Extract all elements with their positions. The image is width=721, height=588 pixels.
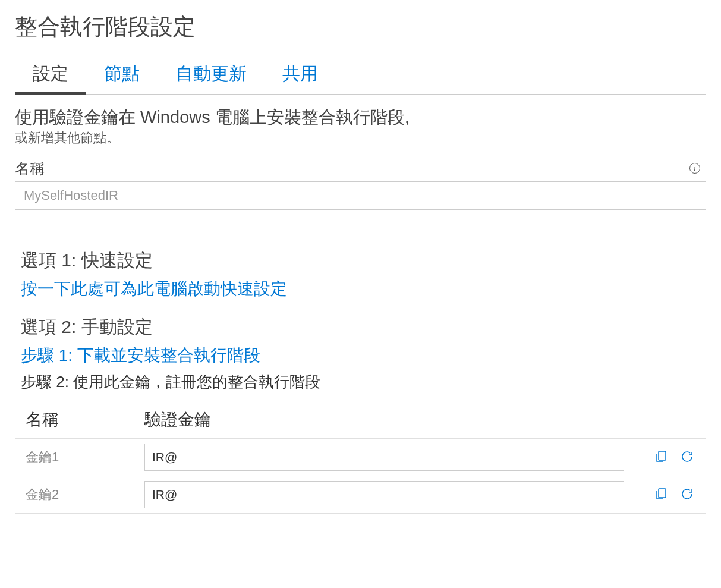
key2-name: 金鑰2 <box>15 476 134 513</box>
copy-icon[interactable] <box>653 486 669 502</box>
description-main: 使用驗證金鑰在 Windows 電腦上安裝整合執行階段, <box>15 106 706 129</box>
page-title: 整合執行階段設定 <box>15 12 706 42</box>
keys-table: 名稱 驗證金鑰 金鑰1 金鑰2 <box>15 401 706 514</box>
name-input[interactable] <box>15 181 706 210</box>
step2-text: 步驟 2: 使用此金鑰，註冊您的整合執行階段 <box>21 372 706 392</box>
tab-nodes[interactable]: 節點 <box>86 57 158 94</box>
keys-table-header-key: 驗證金鑰 <box>134 401 635 439</box>
key1-name: 金鑰1 <box>15 438 134 476</box>
option2-heading: 選項 2: 手動設定 <box>21 315 706 339</box>
name-label: 名稱 <box>15 159 45 178</box>
refresh-icon[interactable] <box>679 448 695 465</box>
key2-input[interactable] <box>144 481 624 508</box>
refresh-icon[interactable] <box>679 486 695 502</box>
tabs-bar: 設定 節點 自動更新 共用 <box>15 57 706 95</box>
table-row: 金鑰1 <box>15 438 706 476</box>
step1-download-link[interactable]: 步驟 1: 下載並安裝整合執行階段 <box>21 344 706 367</box>
tab-share[interactable]: 共用 <box>265 57 336 94</box>
key1-input[interactable] <box>144 444 624 471</box>
description-sub: 或新增其他節點。 <box>15 129 706 147</box>
svg-rect-0 <box>659 451 666 460</box>
info-icon[interactable]: i <box>689 163 700 174</box>
quick-setup-link[interactable]: 按一下此處可為此電腦啟動快速設定 <box>21 278 706 300</box>
keys-table-header-name: 名稱 <box>15 401 134 439</box>
table-row: 金鑰2 <box>15 476 706 513</box>
svg-rect-1 <box>659 489 666 498</box>
option1-heading: 選項 1: 快速設定 <box>21 249 706 273</box>
tab-auto-update[interactable]: 自動更新 <box>158 57 265 94</box>
tab-settings[interactable]: 設定 <box>15 57 86 95</box>
copy-icon[interactable] <box>653 448 669 465</box>
